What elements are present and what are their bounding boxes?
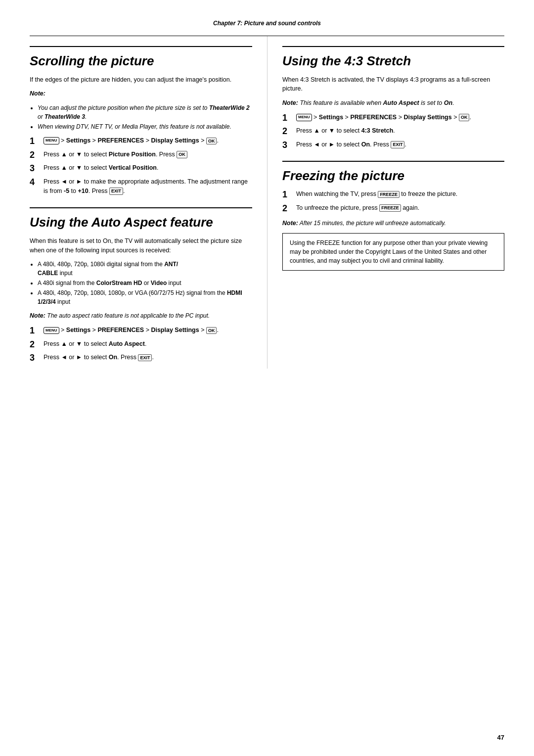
auto-aspect-bullet-3: A 480i, 480p, 720p, 1080i, 1080p, or VGA… xyxy=(38,288,252,306)
aa-step-num-1: 1 xyxy=(30,326,41,336)
auto-aspect-steps: 1 MENU > Settings > PREFERENCES > Displa… xyxy=(30,326,252,364)
freeze-kbd-2: FREEZE xyxy=(379,204,401,212)
scrolling-intro: If the edges of the picture are hidden, … xyxy=(30,75,252,85)
note-label-text: Note: xyxy=(30,90,45,97)
auto-aspect-bullet-1: A 480i, 480p, 720p, 1080i digital signal… xyxy=(38,260,252,278)
43-intro: When 4:3 Stretch is activated, the TV di… xyxy=(282,75,504,94)
43-step-1: 1 MENU > Settings > PREFERENCES > Displa… xyxy=(282,113,504,124)
right-column: Using the 4:3 Stretch When 4:3 Stretch i… xyxy=(267,36,504,369)
aa-step-num-2: 2 xyxy=(30,339,41,350)
ok-kbd-1: OK xyxy=(206,138,217,145)
aa-step-content-2: Press ▲ or ▼ to select Auto Aspect. xyxy=(44,339,252,349)
freeze-warning-text: Using the FREEZE function for any purpos… xyxy=(290,239,488,264)
43-divider xyxy=(282,46,504,47)
menu-icon-43: MENU xyxy=(296,114,312,121)
freezing-note: Note: After 15 minutes, the picture will… xyxy=(282,219,504,228)
aa-step-num-3: 3 xyxy=(30,353,41,364)
two-col-layout: Scrolling the picture If the edges of th… xyxy=(30,36,504,369)
auto-aspect-note: Note: The auto aspect ratio feature is n… xyxy=(30,311,252,321)
s43-step-num-2: 2 xyxy=(282,126,293,137)
43-title: Using the 4:3 Stretch xyxy=(282,54,504,68)
scrolling-section: Scrolling the picture If the edges of th… xyxy=(30,46,252,195)
step-content-4: Press ◄ or ► to make the appropriate adj… xyxy=(44,177,252,196)
auto-aspect-step-2: 2 Press ▲ or ▼ to select Auto Aspect. xyxy=(30,339,252,350)
s43-step-num-3: 3 xyxy=(282,140,293,151)
freeze-kbd-1: FREEZE xyxy=(378,191,400,198)
fr-step-num-2: 2 xyxy=(282,203,293,214)
scrolling-step-1: 1 MENU > Settings > PREFERENCES > Displa… xyxy=(30,136,252,147)
43-steps: 1 MENU > Settings > PREFERENCES > Displa… xyxy=(282,113,504,151)
auto-aspect-step-3: 3 Press ◄ or ► to select On. Press EXIT. xyxy=(30,353,252,364)
step-num-4: 4 xyxy=(30,177,41,188)
step-num-1: 1 xyxy=(30,136,41,147)
auto-aspect-title: Using the Auto Aspect feature xyxy=(30,215,252,230)
step-num-2: 2 xyxy=(30,150,41,161)
scrolling-step-4: 4 Press ◄ or ► to make the appropriate a… xyxy=(30,177,252,196)
exit-kbd-aa: EXIT xyxy=(138,354,152,362)
scrolling-divider xyxy=(30,46,252,47)
scrolling-note-label: Note: xyxy=(30,89,252,98)
s43-step-content-2: Press ▲ or ▼ to select 4:3 Stretch. xyxy=(296,126,504,136)
43-step-3: 3 Press ◄ or ► to select On. Press EXIT. xyxy=(282,140,504,151)
fr-step-content-2: To unfreeze the picture, press FREEZE ag… xyxy=(296,203,504,213)
freeze-warning-box: Using the FREEZE function for any purpos… xyxy=(282,233,504,271)
freezing-steps: 1 When watching the TV, press FREEZE to … xyxy=(282,189,504,214)
auto-aspect-bullet-2: A 480i signal from the ColorStream HD or… xyxy=(38,279,252,287)
fr-step-content-1: When watching the TV, press FREEZE to fr… xyxy=(296,189,504,199)
freezing-title: Freezing the picture xyxy=(282,169,504,183)
scrolling-bullet-1: You can adjust the picture position when… xyxy=(38,103,252,121)
menu-icon-1: MENU xyxy=(44,137,59,144)
auto-aspect-step-1: 1 MENU > Settings > PREFERENCES > Displa… xyxy=(30,326,252,336)
freezing-step-1: 1 When watching the TV, press FREEZE to … xyxy=(282,189,504,200)
43-step-2: 2 Press ▲ or ▼ to select 4:3 Stretch. xyxy=(282,126,504,137)
auto-aspect-intro: When this feature is set to On, the TV w… xyxy=(30,236,252,255)
chapter-header: Chapter 7: Picture and sound controls xyxy=(30,20,504,27)
note-label-freeze: Note: xyxy=(282,220,298,227)
scrolling-step-3: 3 Press ▲ or ▼ to select Vertical Positi… xyxy=(30,163,252,174)
exit-kbd-43: EXIT xyxy=(391,141,404,148)
auto-aspect-divider xyxy=(30,207,252,208)
step-content-2: Press ▲ or ▼ to select Picture Position.… xyxy=(44,150,252,159)
page-number: 47 xyxy=(497,734,504,741)
scrolling-bullet-2: When viewing DTV, NET TV, or Media Playe… xyxy=(38,122,252,131)
ok-kbd-2: OK xyxy=(177,151,187,158)
note-label-auto: Note: xyxy=(30,312,45,319)
ok-kbd-43: OK xyxy=(459,114,470,121)
freezing-section: Freezing the picture 1 When watching the… xyxy=(282,161,504,271)
s43-step-content-3: Press ◄ or ► to select On. Press EXIT. xyxy=(296,140,504,149)
aa-step-content-1: MENU > Settings > PREFERENCES > Display … xyxy=(44,326,252,335)
chapter-header-text: Chapter 7: Picture and sound controls xyxy=(213,20,321,27)
ok-kbd-aa1: OK xyxy=(206,327,217,334)
aa-step-content-3: Press ◄ or ► to select On. Press EXIT. xyxy=(44,353,252,362)
fr-step-num-1: 1 xyxy=(282,189,293,200)
exit-kbd-1: EXIT xyxy=(109,188,123,195)
step-content-1: MENU > Settings > PREFERENCES > Display … xyxy=(44,136,252,145)
freezing-step-2: 2 To unfreeze the picture, press FREEZE … xyxy=(282,203,504,214)
scrolling-step-2: 2 Press ▲ or ▼ to select Picture Positio… xyxy=(30,150,252,161)
s43-step-num-1: 1 xyxy=(282,113,293,124)
using-43-section: Using the 4:3 Stretch When 4:3 Stretch i… xyxy=(282,46,504,151)
freezing-divider xyxy=(282,161,504,162)
auto-aspect-bullets: A 480i, 480p, 720p, 1080i digital signal… xyxy=(38,260,252,306)
scrolling-bullets: You can adjust the picture position when… xyxy=(38,103,252,131)
note-label-43: Note: xyxy=(282,99,298,106)
auto-aspect-section: Using the Auto Aspect feature When this … xyxy=(30,207,252,364)
scrolling-title: Scrolling the picture xyxy=(30,54,252,68)
step-num-3: 3 xyxy=(30,163,41,174)
menu-icon-aa1: MENU xyxy=(44,327,59,334)
s43-step-content-1: MENU > Settings > PREFERENCES > Display … xyxy=(296,113,504,122)
page-container: Chapter 7: Picture and sound controls Sc… xyxy=(0,0,534,756)
scrolling-steps: 1 MENU > Settings > PREFERENCES > Displa… xyxy=(30,136,252,195)
step-content-3: Press ▲ or ▼ to select Vertical Position… xyxy=(44,163,252,173)
43-note: Note: This feature is available when Aut… xyxy=(282,98,504,108)
left-column: Scrolling the picture If the edges of th… xyxy=(30,36,267,369)
